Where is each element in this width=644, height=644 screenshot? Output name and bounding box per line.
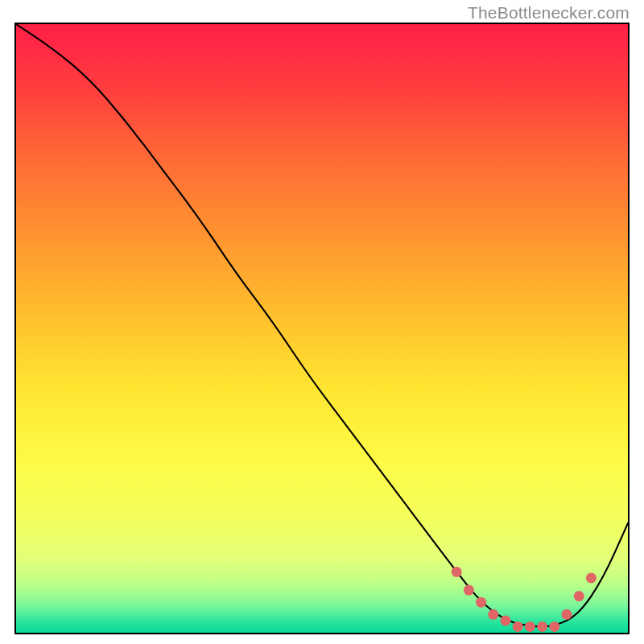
chart-frame: TheBottlenecker.com: [0, 0, 644, 644]
highlight-point: [549, 621, 559, 632]
highlight-point: [537, 621, 547, 632]
highlight-point: [513, 621, 523, 632]
plot-area: [14, 23, 630, 634]
gradient-background: [16, 24, 628, 633]
highlight-point: [501, 615, 511, 625]
highlight-point: [476, 597, 486, 608]
watermark-text: TheBottlenecker.com: [468, 3, 630, 23]
highlight-point: [452, 567, 462, 577]
highlight-point: [586, 573, 597, 584]
highlight-point: [525, 621, 535, 632]
highlight-point: [488, 609, 498, 620]
highlight-point: [562, 609, 572, 620]
highlight-point: [464, 585, 474, 596]
chart-svg: [16, 24, 628, 633]
highlight-point: [574, 591, 584, 601]
